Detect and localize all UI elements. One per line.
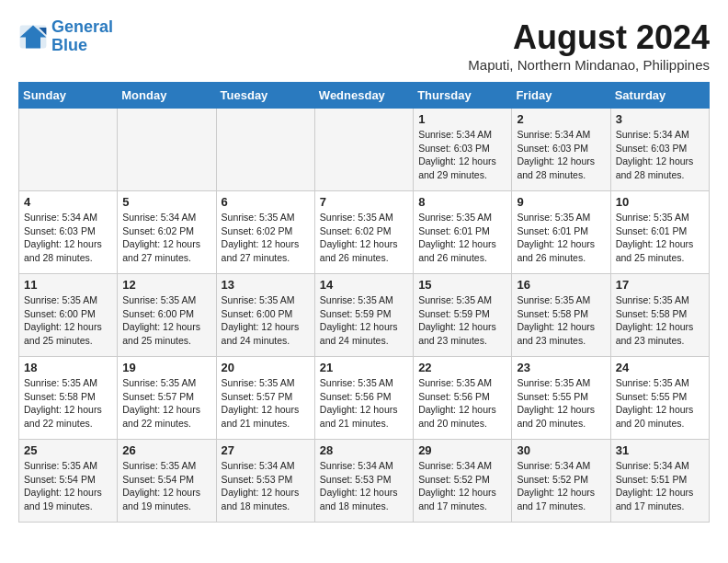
day-info: Sunrise: 5:35 AM Sunset: 5:55 PM Dayligh… [616, 376, 704, 431]
day-cell: 29Sunrise: 5:34 AM Sunset: 5:52 PM Dayli… [414, 440, 512, 523]
day-cell: 23Sunrise: 5:35 AM Sunset: 5:55 PM Dayli… [512, 357, 610, 440]
day-info: Sunrise: 5:34 AM Sunset: 6:03 PM Dayligh… [24, 211, 112, 265]
day-number: 2 [517, 112, 605, 126]
day-cell: 28Sunrise: 5:34 AM Sunset: 5:53 PM Dayli… [314, 440, 413, 523]
day-number: 16 [517, 278, 605, 292]
day-cell: 1Sunrise: 5:34 AM Sunset: 6:03 PM Daylig… [414, 109, 512, 191]
day-number: 31 [616, 443, 704, 457]
week-row-5: 25Sunrise: 5:35 AM Sunset: 5:54 PM Dayli… [19, 440, 710, 523]
day-info: Sunrise: 5:35 AM Sunset: 5:54 PM Dayligh… [122, 459, 210, 513]
day-info: Sunrise: 5:34 AM Sunset: 6:02 PM Dayligh… [122, 211, 210, 265]
day-number: 30 [517, 443, 605, 457]
day-info: Sunrise: 5:35 AM Sunset: 5:57 PM Dayligh… [222, 376, 310, 431]
day-number: 11 [24, 278, 112, 292]
day-cell: 21Sunrise: 5:35 AM Sunset: 5:56 PM Dayli… [314, 357, 413, 440]
day-number: 22 [418, 361, 506, 374]
day-cell: 3Sunrise: 5:34 AM Sunset: 6:03 PM Daylig… [610, 109, 709, 191]
day-info: Sunrise: 5:35 AM Sunset: 5:59 PM Dayligh… [320, 293, 408, 348]
day-number: 13 [222, 278, 310, 292]
day-cell: 30Sunrise: 5:34 AM Sunset: 5:52 PM Dayli… [512, 440, 610, 523]
day-cell: 15Sunrise: 5:35 AM Sunset: 5:59 PM Dayli… [414, 274, 512, 357]
day-cell [314, 109, 413, 191]
day-number: 21 [320, 361, 408, 374]
day-number: 12 [122, 278, 210, 292]
day-number: 26 [122, 443, 210, 457]
day-info: Sunrise: 5:35 AM Sunset: 5:56 PM Dayligh… [418, 376, 506, 431]
day-info: Sunrise: 5:34 AM Sunset: 5:52 PM Dayligh… [418, 459, 506, 513]
day-info: Sunrise: 5:35 AM Sunset: 6:01 PM Dayligh… [418, 211, 506, 265]
day-info: Sunrise: 5:35 AM Sunset: 5:59 PM Dayligh… [418, 293, 506, 348]
day-info: Sunrise: 5:35 AM Sunset: 6:01 PM Dayligh… [517, 211, 605, 265]
day-cell: 11Sunrise: 5:35 AM Sunset: 6:00 PM Dayli… [19, 274, 118, 357]
day-info: Sunrise: 5:35 AM Sunset: 5:58 PM Dayligh… [616, 293, 704, 348]
day-cell: 12Sunrise: 5:35 AM Sunset: 6:00 PM Dayli… [118, 274, 216, 357]
day-number: 19 [122, 361, 210, 374]
day-number: 20 [222, 361, 310, 374]
day-info: Sunrise: 5:35 AM Sunset: 6:02 PM Dayligh… [222, 211, 310, 265]
day-number: 14 [320, 278, 408, 292]
calendar-table: SundayMondayTuesdayWednesdayThursdayFrid… [18, 82, 710, 523]
day-number: 25 [24, 443, 112, 457]
day-cell: 10Sunrise: 5:35 AM Sunset: 6:01 PM Dayli… [610, 191, 709, 274]
day-number: 15 [418, 278, 506, 292]
page-header: General Blue August 2024 Maputi, Norther… [18, 18, 710, 73]
day-number: 6 [222, 195, 310, 209]
week-row-2: 4Sunrise: 5:34 AM Sunset: 6:03 PM Daylig… [19, 191, 710, 274]
day-cell: 14Sunrise: 5:35 AM Sunset: 5:59 PM Dayli… [314, 274, 413, 357]
day-number: 10 [616, 195, 704, 209]
logo-line2: Blue [51, 36, 87, 54]
day-cell: 2Sunrise: 5:34 AM Sunset: 6:03 PM Daylig… [512, 109, 610, 191]
day-cell [118, 109, 216, 191]
day-number: 7 [320, 195, 408, 209]
day-cell [216, 109, 314, 191]
day-cell: 7Sunrise: 5:35 AM Sunset: 6:02 PM Daylig… [314, 191, 413, 274]
day-cell: 31Sunrise: 5:34 AM Sunset: 5:51 PM Dayli… [610, 440, 709, 523]
day-cell: 4Sunrise: 5:34 AM Sunset: 6:03 PM Daylig… [19, 191, 118, 274]
day-info: Sunrise: 5:35 AM Sunset: 5:56 PM Dayligh… [320, 376, 408, 431]
day-cell [19, 109, 118, 191]
header-saturday: Saturday [610, 83, 709, 109]
title-section: August 2024 Maputi, Northern Mindanao, P… [468, 18, 710, 73]
day-info: Sunrise: 5:35 AM Sunset: 6:02 PM Dayligh… [320, 211, 408, 265]
day-number: 28 [320, 443, 408, 457]
day-info: Sunrise: 5:35 AM Sunset: 5:55 PM Dayligh… [517, 376, 605, 431]
day-number: 17 [616, 278, 704, 292]
day-number: 4 [24, 195, 112, 209]
week-row-1: 1Sunrise: 5:34 AM Sunset: 6:03 PM Daylig… [19, 109, 710, 191]
logo-icon [18, 24, 48, 50]
day-info: Sunrise: 5:35 AM Sunset: 6:00 PM Dayligh… [24, 293, 112, 348]
day-cell: 13Sunrise: 5:35 AM Sunset: 6:00 PM Dayli… [216, 274, 314, 357]
day-cell: 6Sunrise: 5:35 AM Sunset: 6:02 PM Daylig… [216, 191, 314, 274]
week-row-4: 18Sunrise: 5:35 AM Sunset: 5:58 PM Dayli… [19, 357, 710, 440]
calendar-header-row: SundayMondayTuesdayWednesdayThursdayFrid… [19, 83, 710, 109]
day-number: 24 [616, 361, 704, 374]
day-info: Sunrise: 5:34 AM Sunset: 5:52 PM Dayligh… [517, 459, 605, 513]
day-number: 18 [24, 361, 112, 374]
day-info: Sunrise: 5:35 AM Sunset: 6:00 PM Dayligh… [222, 293, 310, 348]
day-cell: 25Sunrise: 5:35 AM Sunset: 5:54 PM Dayli… [19, 440, 118, 523]
day-cell: 19Sunrise: 5:35 AM Sunset: 5:57 PM Dayli… [118, 357, 216, 440]
day-number: 27 [222, 443, 310, 457]
day-info: Sunrise: 5:35 AM Sunset: 6:01 PM Dayligh… [616, 211, 704, 265]
day-info: Sunrise: 5:34 AM Sunset: 5:53 PM Dayligh… [320, 459, 408, 513]
week-row-3: 11Sunrise: 5:35 AM Sunset: 6:00 PM Dayli… [19, 274, 710, 357]
day-number: 3 [616, 112, 704, 126]
day-cell: 5Sunrise: 5:34 AM Sunset: 6:02 PM Daylig… [118, 191, 216, 274]
logo-line1: General [51, 17, 113, 36]
day-cell: 20Sunrise: 5:35 AM Sunset: 5:57 PM Dayli… [216, 357, 314, 440]
header-sunday: Sunday [19, 83, 118, 109]
day-cell: 9Sunrise: 5:35 AM Sunset: 6:01 PM Daylig… [512, 191, 610, 274]
day-info: Sunrise: 5:34 AM Sunset: 5:51 PM Dayligh… [616, 459, 704, 513]
day-number: 23 [517, 361, 605, 374]
day-cell: 24Sunrise: 5:35 AM Sunset: 5:55 PM Dayli… [610, 357, 709, 440]
day-info: Sunrise: 5:35 AM Sunset: 5:58 PM Dayligh… [517, 293, 605, 348]
day-number: 8 [418, 195, 506, 209]
header-monday: Monday [118, 83, 216, 109]
day-info: Sunrise: 5:35 AM Sunset: 5:57 PM Dayligh… [122, 376, 210, 431]
day-cell: 8Sunrise: 5:35 AM Sunset: 6:01 PM Daylig… [414, 191, 512, 274]
main-title: August 2024 [468, 18, 710, 57]
day-info: Sunrise: 5:35 AM Sunset: 5:54 PM Dayligh… [24, 459, 112, 513]
day-info: Sunrise: 5:35 AM Sunset: 6:00 PM Dayligh… [122, 293, 210, 348]
header-wednesday: Wednesday [314, 83, 413, 109]
day-cell: 16Sunrise: 5:35 AM Sunset: 5:58 PM Dayli… [512, 274, 610, 357]
